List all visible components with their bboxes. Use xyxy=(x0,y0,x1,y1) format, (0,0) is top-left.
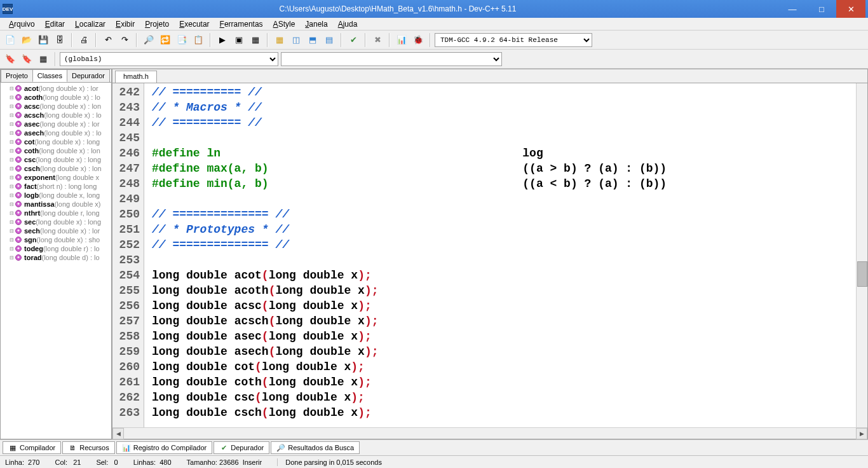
debug-bug-icon[interactable]: 🐞 xyxy=(410,32,426,48)
replace-icon[interactable]: 🔁 xyxy=(158,32,173,48)
nav-icon[interactable]: ▦ xyxy=(36,52,51,67)
undo-icon[interactable]: ↶ xyxy=(100,32,116,48)
open-icon[interactable]: 📂 xyxy=(19,32,34,48)
maximize-button[interactable]: □ xyxy=(807,0,836,18)
sidebar-tabs: Projeto Classes Depurador xyxy=(1,69,111,83)
menu-ferramentas[interactable]: Ferramentas xyxy=(215,18,268,30)
save-icon[interactable]: 💾 xyxy=(36,32,51,48)
tab-classes[interactable]: Classes xyxy=(32,69,67,82)
window-controls: — □ ✕ xyxy=(778,0,865,18)
compiler-select[interactable]: TDM-GCC 4.9.2 64-bit Release xyxy=(435,33,592,47)
goto-icon[interactable]: 📋 xyxy=(191,32,206,48)
file-tab-hmath[interactable]: hmath.h xyxy=(115,71,157,83)
bottom-panel-tabs: ▦Compilador 🗎Recursos 📊Registro do Compi… xyxy=(0,439,868,455)
gutter: 242 243 244 245 246 247 248 249 250 251 … xyxy=(112,83,144,427)
vertical-scrollbar[interactable] xyxy=(856,83,867,427)
class-item[interactable]: ⊟✦nthrt (long double r, long xyxy=(2,209,110,217)
menu-exibir[interactable]: Exibir xyxy=(111,18,140,30)
code-editor[interactable]: 242 243 244 245 246 247 248 249 250 251 … xyxy=(112,83,867,427)
status-sel: Sel: 0 xyxy=(96,458,118,466)
file-tabs: hmath.h xyxy=(112,69,867,83)
editor-area: hmath.h 242 243 244 245 246 247 248 249 … xyxy=(112,69,868,439)
stop-icon[interactable]: ✖ xyxy=(370,32,385,48)
compile-icon[interactable]: ▶ xyxy=(215,32,230,48)
profile-icon[interactable]: 📊 xyxy=(394,32,409,48)
bottomtab-resources[interactable]: 🗎Recursos xyxy=(62,441,114,454)
window2-icon[interactable]: ◫ xyxy=(288,32,304,48)
class-item[interactable]: ⊟✦asec (long double x) : lor xyxy=(2,120,110,128)
hscroll-right-arrow[interactable]: ▶ xyxy=(856,428,867,439)
check-icon: ✔ xyxy=(219,443,228,452)
class-item[interactable]: ⊟✦csc (long double x) : long xyxy=(2,155,110,164)
hscroll-left-arrow[interactable]: ◀ xyxy=(112,428,124,439)
class-item[interactable]: ⊟✦coth (long double x) : lon xyxy=(2,146,110,155)
window3-icon[interactable]: ⬒ xyxy=(305,32,320,48)
menu-arquivo[interactable]: Arquivo xyxy=(4,18,40,30)
grid-icon: ▦ xyxy=(8,443,17,452)
class-item[interactable]: ⊟✦torad (long double d) : lo xyxy=(2,253,110,262)
chart-icon: 📊 xyxy=(122,443,131,452)
sidebar: Projeto Classes Depurador ⊟✦acot (long d… xyxy=(0,69,112,439)
class-item[interactable]: ⊟✦fact (short n) : long long xyxy=(2,182,110,191)
toolbar-main: 📄 📂 💾 🗄 🖨 ↶ ↷ 🔎 🔁 📑 📋 ▶ ▣ ▦ ▦ ◫ ⬒ ▤ ✔ ✖ … xyxy=(0,31,868,50)
bookmark1-icon[interactable]: 🔖 xyxy=(3,52,18,67)
window1-icon[interactable]: ▦ xyxy=(272,32,287,48)
class-item[interactable]: ⊟✦acot (long double x) : lor xyxy=(2,84,110,93)
menubar: ArquivoEditarLocalizarExibirProjetoExecu… xyxy=(0,18,868,31)
run-icon[interactable]: ▣ xyxy=(231,32,247,48)
search-icon: 🔎 xyxy=(276,443,285,452)
bottomtab-compiler[interactable]: ▦Compilador xyxy=(3,441,61,454)
class-item[interactable]: ⊟✦acoth (long double x) : lo xyxy=(2,93,110,102)
statusbar: Linha: 270 Col: 21 Sel: 0 Linhas: 480 Ta… xyxy=(0,455,868,468)
horizontal-scrollbar[interactable]: ◀ ▶ xyxy=(112,427,867,439)
print-icon[interactable]: 🖨 xyxy=(76,32,92,48)
menu-executar[interactable]: Executar xyxy=(174,18,214,30)
menu-janela[interactable]: Janela xyxy=(300,18,332,30)
menu-localizar[interactable]: Localizar xyxy=(70,18,111,30)
bottomtab-search[interactable]: 🔎Resultados da Busca xyxy=(271,441,360,454)
tab-debugger[interactable]: Depurador xyxy=(67,69,110,82)
close-button[interactable]: ✕ xyxy=(836,0,865,18)
save-all-icon[interactable]: 🗄 xyxy=(52,32,67,48)
class-item[interactable]: ⊟✦asech (long double x) : lo xyxy=(2,128,110,137)
menu-projeto[interactable]: Projeto xyxy=(140,18,174,30)
class-item[interactable]: ⊟✦logb (long double x, long xyxy=(2,191,110,200)
compile-run-icon[interactable]: ▦ xyxy=(248,32,263,48)
bookmark2-icon[interactable]: 🔖 xyxy=(19,52,34,67)
status-lines: Linhas: 480 xyxy=(133,458,172,466)
class-item[interactable]: ⊟✦mantissa (long double x) xyxy=(2,200,110,209)
member-select[interactable] xyxy=(281,52,502,66)
class-item[interactable]: ⊟✦acsc (long double x) : lon xyxy=(2,102,110,111)
minimize-button[interactable]: — xyxy=(778,0,807,18)
doc-icon: 🗎 xyxy=(68,443,77,452)
app-icon: DEV xyxy=(3,4,13,14)
redo-icon[interactable]: ↷ xyxy=(117,32,132,48)
tab-project[interactable]: Projeto xyxy=(1,69,33,82)
window-title: C:\Users\Augusto\Desktop\HMath_Beta_v1.6… xyxy=(18,4,778,13)
menu-astyle[interactable]: AStyle xyxy=(268,18,301,30)
bottomtab-debugger[interactable]: ✔Depurador xyxy=(214,441,269,454)
class-item[interactable]: ⊟✦csch (long double x) : lon xyxy=(2,164,110,173)
class-item[interactable]: ⊟✦todeg (long double r) : lo xyxy=(2,244,110,253)
find-in-files-icon[interactable]: 📑 xyxy=(174,32,189,48)
code-body[interactable]: // ========== // // * Macros * // // ===… xyxy=(144,83,856,427)
menu-ajuda[interactable]: Ajuda xyxy=(333,18,363,30)
bottomtab-comp-log[interactable]: 📊Registro do Compilador xyxy=(116,441,213,454)
status-col: Col: 21 xyxy=(55,458,81,466)
window4-icon[interactable]: ▤ xyxy=(322,32,337,48)
check-icon[interactable]: ✔ xyxy=(346,32,361,48)
class-item[interactable]: ⊟✦exponent (long double x xyxy=(2,173,110,182)
class-item[interactable]: ⊟✦sec (long double x) : long xyxy=(2,217,110,226)
class-item[interactable]: ⊟✦cot (long double x) : long xyxy=(2,137,110,146)
status-line: Linha: 270 xyxy=(5,458,39,466)
class-list[interactable]: ⊟✦acot (long double x) : lor⊟✦acoth (lon… xyxy=(1,83,111,439)
titlebar: DEV C:\Users\Augusto\Desktop\HMath_Beta_… xyxy=(0,0,868,18)
class-item[interactable]: ⊟✦sech (long double x) : lor xyxy=(2,226,110,235)
new-icon[interactable]: 📄 xyxy=(3,32,18,48)
scope-select[interactable]: (globals) xyxy=(60,52,278,66)
class-item[interactable]: ⊟✦acsch (long double x) : lo xyxy=(2,111,110,120)
vscroll-thumb[interactable] xyxy=(857,261,867,287)
find-icon[interactable]: 🔎 xyxy=(141,32,156,48)
class-item[interactable]: ⊟✦sgn (long double x) : sho xyxy=(2,235,110,244)
menu-editar[interactable]: Editar xyxy=(40,18,70,30)
